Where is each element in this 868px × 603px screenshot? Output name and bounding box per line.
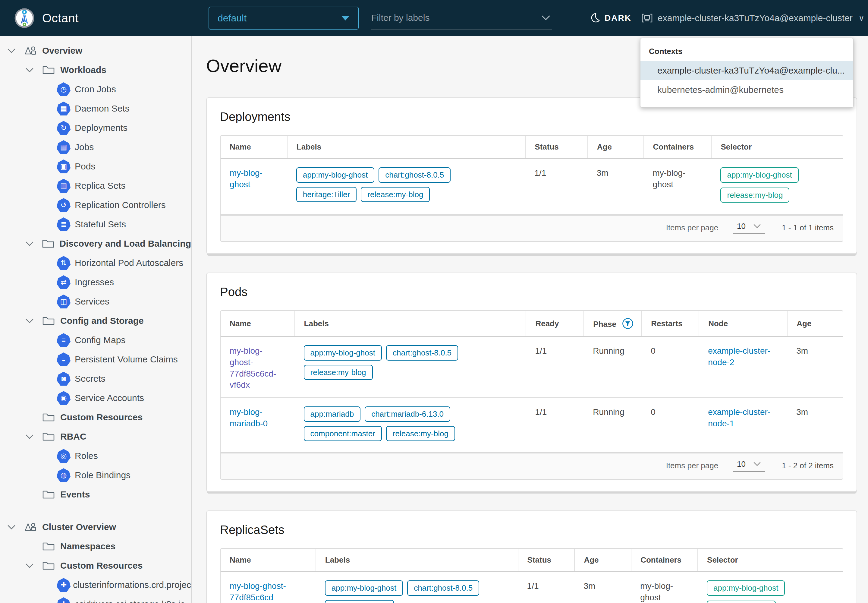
namespace-select[interactable]: default	[209, 7, 359, 29]
label-pill[interactable]: heritage:Tiller	[296, 187, 357, 202]
k8s-statefulset-icon: ≣	[57, 217, 75, 231]
card-pods: PodsNameLabelsReadyPhaseRestartsNodeAgem…	[206, 272, 857, 492]
sidebar-item-daemon-sets[interactable]: ▤Daemon Sets	[0, 99, 191, 118]
label-pill[interactable]: chart:ghost-8.0.5	[378, 167, 451, 183]
sidebar-item-replication-controllers[interactable]: ↺Replication Controllers	[0, 195, 191, 215]
sidebar-item-overview[interactable]: Overview	[0, 41, 191, 60]
sidebar-item-secrets[interactable]: ◙Secrets	[0, 369, 191, 388]
chevron-down-icon[interactable]	[25, 563, 42, 568]
page-size-select[interactable]: 10	[733, 222, 765, 234]
phase-filter-icon[interactable]	[622, 317, 634, 329]
contexts-dropdown: Contexts example-cluster-ka3TuTzYo4a@exa…	[640, 38, 854, 108]
cell-text: Running	[584, 337, 642, 398]
column-header-name: Name	[221, 549, 316, 572]
sidebar-item-custom-resources[interactable]: Custom Resources	[0, 408, 191, 427]
folder-icon	[42, 541, 60, 552]
column-header-labels: Labels	[316, 549, 518, 572]
sidebar-item-deployments[interactable]: ↻Deployments	[0, 118, 191, 138]
table-row: my-blog-ghost-77df85c6cd-vf6dxapp:my-blo…	[221, 337, 843, 398]
sidebar-nav: OverviewWorkloads◷Cron Jobs▤Daemon Sets↻…	[0, 36, 192, 603]
sidebar-item-roles[interactable]: ◎Roles	[0, 446, 191, 465]
sidebar-item-ingresses[interactable]: ⇄Ingresses	[0, 272, 191, 292]
label-pill[interactable]: release:my-blog	[325, 600, 394, 603]
label-pill[interactable]: app:my-blog-ghost	[325, 580, 403, 596]
label-pill[interactable]: app:my-blog-ghost	[304, 345, 382, 360]
sidebar-item-cluster-overview[interactable]: Cluster Overview	[0, 517, 191, 537]
sidebar-item-replica-sets[interactable]: ▥Replica Sets	[0, 176, 191, 195]
label-pill[interactable]: chart:ghost-8.0.5	[386, 345, 458, 360]
sidebar-item-custom-resources[interactable]: Custom Resources	[0, 556, 191, 575]
resource-link[interactable]: my-blog-ghost-77df85c6cd-vf6dx	[230, 346, 276, 390]
sidebar-item-events[interactable]: Events	[0, 485, 191, 504]
sidebar-item-config-and-storage[interactable]: Config and Storage	[0, 311, 191, 331]
label-pill[interactable]: chart:mariadb-6.13.0	[364, 407, 450, 422]
resource-link[interactable]: my-blog-mariadb-0	[230, 407, 268, 428]
sidebar-item-role-bindings[interactable]: ◍Role Bindings	[0, 465, 191, 485]
resource-link[interactable]: my-blog-ghost	[230, 168, 263, 189]
sidebar-item-services[interactable]: ◫Services	[0, 292, 191, 311]
sidebar-item-service-accounts[interactable]: ◉Service Accounts	[0, 388, 191, 408]
cell-value: 1/1	[535, 346, 547, 356]
context-menu-item-kubernetes-admin-kubernetes[interactable]: kubernetes-admin@kubernetes	[641, 80, 853, 99]
sidebar-item-label: Custom Resources	[60, 560, 142, 571]
chevron-down-icon[interactable]	[25, 241, 42, 246]
sidebar-item-label: Replica Sets	[75, 181, 125, 191]
folder-icon	[42, 65, 60, 75]
label-filter-input[interactable]: Filter by labels	[371, 6, 552, 30]
context-selector-label: example-cluster-ka3TuTzYo4a@example-clus…	[658, 13, 853, 23]
resource-table: NameLabelsStatusAgeContainersSelectormy-…	[220, 135, 843, 242]
cell-name: my-blog-ghost-77df85c6cd-vf6dx	[221, 337, 295, 398]
sidebar-item-csidrivers-csi-storage-k8s-io[interactable]: ✚csidrivers.csi.storage.k8s.io	[0, 595, 191, 603]
sidebar-item-config-maps[interactable]: ≡Config Maps	[0, 331, 191, 350]
sidebar-item-jobs[interactable]: ▦Jobs	[0, 138, 191, 157]
sidebar-item-rbac[interactable]: RBAC	[0, 427, 191, 446]
sidebar-item-workloads[interactable]: Workloads	[0, 60, 191, 80]
sidebar-item-horizontal-pod-autoscalers[interactable]: ⇅Horizontal Pod Autoscalers	[0, 253, 191, 272]
dark-mode-toggle[interactable]: DARK	[590, 0, 632, 36]
sidebar-item-label: Cluster Overview	[42, 522, 116, 532]
label-pill[interactable]: release:my-blog	[386, 426, 455, 441]
resource-link[interactable]: example-cluster-node-2	[708, 346, 770, 367]
sidebar-item-pods[interactable]: ▣Pods	[0, 157, 191, 176]
label-pill[interactable]: release:my-blog	[304, 365, 373, 380]
k8s-pvc-icon: ◒	[57, 353, 75, 366]
chevron-down-icon[interactable]	[7, 525, 24, 530]
sidebar-item-cron-jobs[interactable]: ◷Cron Jobs	[0, 80, 191, 99]
table-row: my-blog-mariadb-0app:mariadbchart:mariad…	[221, 398, 843, 452]
sidebar-item-persistent-volume-claims[interactable]: ◒Persistent Volume Claims	[0, 350, 191, 369]
label-pill[interactable]: release:my-blog	[361, 187, 430, 202]
label-pill[interactable]: app:my-blog-ghost	[296, 167, 374, 183]
pagination-range: 1 - 2 of 2 items	[782, 461, 834, 470]
chevron-down-icon[interactable]	[25, 68, 42, 73]
k8s-serviceaccount-icon: ◉	[57, 391, 75, 405]
column-header-selector: Selector	[698, 549, 843, 572]
cell-text: 3m	[787, 398, 843, 452]
context-selector-button[interactable]: example-cluster-ka3TuTzYo4a@example-clus…	[641, 0, 864, 36]
column-header-age: Age	[575, 549, 631, 572]
sidebar-item-discovery-and-load-balancing[interactable]: Discovery and Load Balancing	[0, 234, 191, 253]
sidebar-item-label: Config and Storage	[60, 316, 144, 326]
resource-link[interactable]: my-blog-ghost-77df85c6cd	[230, 581, 286, 602]
cell-name: my-blog-ghost-77df85c6cd	[221, 572, 316, 603]
label-pill[interactable]: component:master	[304, 426, 382, 441]
sidebar-item-label: csidrivers.csi.storage.k8s.io	[75, 599, 185, 603]
sidebar-item-clusterinformations-crd-projec[interactable]: ✚clusterinformations.crd.projec	[0, 575, 191, 595]
context-menu-item-example-cluster-ka3tutzyo4a-example-clu[interactable]: example-cluster-ka3TuTzYo4a@example-clu.…	[641, 61, 853, 80]
app-header: Octant default Filter by labels DARK exa…	[0, 0, 868, 36]
page-size-select[interactable]: 10	[733, 459, 765, 472]
sidebar-item-namespaces[interactable]: Namespaces	[0, 537, 191, 556]
page-size-value: 10	[737, 222, 746, 231]
k8s-crd-icon: ✚	[57, 597, 75, 603]
chevron-down-icon[interactable]	[25, 434, 42, 439]
sidebar-item-stateful-sets[interactable]: ≣Stateful Sets	[0, 215, 191, 234]
label-pill[interactable]: app:mariadb	[304, 407, 361, 422]
chevron-down-icon[interactable]	[25, 319, 42, 323]
k8s-cronjob-icon: ◷	[57, 82, 75, 96]
label-pill[interactable]: chart:ghost-8.0.5	[407, 580, 479, 596]
table-pagination: Items per page101 - 2 of 2 items	[221, 453, 843, 479]
resource-link[interactable]: example-cluster-node-1	[708, 407, 770, 428]
sidebar-item-label: Role Bindings	[75, 470, 130, 480]
cell-labels: app:my-blog-ghostchart:ghost-8.0.5herita…	[287, 159, 526, 214]
cell-text: 3m	[588, 159, 644, 214]
chevron-down-icon[interactable]	[7, 48, 24, 53]
